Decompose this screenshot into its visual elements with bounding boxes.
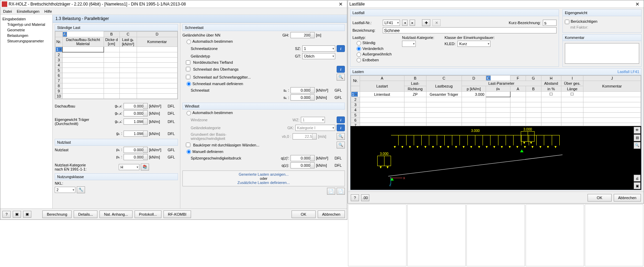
prev-icon[interactable]: ◂ — [402, 20, 408, 26]
select-nkl[interactable]: 2 — [55, 187, 75, 193]
tool-icon-2[interactable]: ▣ — [23, 211, 31, 218]
load-cases-dialog: Lastfälle ✕ Lastfall Lastfall-Nr.: LF41 … — [348, 0, 644, 204]
delete-load-case-icon[interactable]: ✕ — [432, 19, 441, 26]
nkl-info-icon[interactable]: 🔧 — [77, 186, 85, 193]
info-icon[interactable]: i — [337, 124, 345, 131]
library-icon[interactable]: 📚 — [141, 164, 149, 171]
icon-1[interactable]: 📄 — [327, 188, 335, 195]
load-preview: 3.000 3.000 3.000 XZ 👁 — [350, 126, 641, 190]
dialog-title: Lastfälle — [349, 2, 633, 7]
radio-wind-auto[interactable]: Automatisch bestimmen — [187, 111, 345, 115]
app-icon — [2, 1, 7, 7]
input-sk-line[interactable]: 0.000 — [291, 94, 315, 101]
input-sk-area[interactable]: 0.000 — [291, 87, 315, 93]
protocol-button[interactable]: Protokoll... — [135, 210, 161, 218]
self-weight-box: Eigengewicht Berücksichtigen mit Faktor: — [562, 9, 642, 33]
radio-wind-manual[interactable]: Manuell definieren — [187, 150, 345, 154]
select-live-load-cat[interactable] — [402, 41, 416, 47]
input-pk-area[interactable]: 0.000 — [124, 147, 148, 153]
input-gk1[interactable]: 1.098 — [124, 119, 148, 125]
input-gk2-line[interactable]: 0.000 — [124, 110, 148, 116]
roof-layers-grid[interactable]: A B C D Nr. Dachaufbau-Schicht Material … — [55, 31, 178, 99]
select-snow-zone[interactable]: 1 — [302, 45, 335, 52]
loads-box: Lasten Lastfall LF41 Nr. A B C D E F — [350, 68, 642, 190]
cancel-button[interactable]: Abbrechen — [614, 194, 641, 202]
main-window: RX-HOLZ - Brettschichtholzträger - 2.22.… — [0, 0, 347, 220]
tree-item-2[interactable]: Belastungen — [0, 33, 52, 38]
ok-button[interactable]: OK — [292, 210, 316, 218]
main-title: RX-HOLZ - Brettschichtholzträger - 2.22.… — [9, 2, 336, 7]
nav-tree: Eingabedaten Trägertyp und Material Geom… — [0, 15, 53, 208]
info-icon[interactable]: i — [337, 66, 345, 73]
select-load-case-nr[interactable]: LF41 — [383, 20, 400, 26]
chk-north-german[interactable]: Norddeutsches Tiefland — [186, 60, 345, 65]
radio-snow-auto[interactable]: Automatisch bestimmen — [187, 39, 345, 44]
tree-item-1[interactable]: Geometrie — [0, 27, 52, 33]
icon-2[interactable]: 📄 — [337, 188, 345, 195]
info-icon[interactable]: i — [337, 116, 345, 123]
input-qz-line[interactable]: 0.000 — [291, 162, 315, 168]
close-icon[interactable]: ✕ — [633, 1, 642, 7]
radio-variable[interactable]: Veränderlich — [357, 47, 392, 51]
group-live-load: Nutzlast — [55, 139, 178, 146]
zoom-icon[interactable]: 🔍 — [634, 142, 641, 149]
radio-seismic[interactable]: Erdbeben — [357, 58, 392, 63]
nat-annex-button[interactable]: Nat. Anhang... — [99, 210, 133, 218]
menu-settings[interactable]: Einstellungen — [17, 9, 40, 13]
zoom-icon[interactable]: 🔍 — [337, 133, 345, 140]
cancel-button[interactable]: Abbrechen — [318, 210, 345, 218]
input-short-name[interactable] — [543, 20, 557, 26]
input-gk-sum[interactable]: 1.098 — [124, 131, 148, 137]
select-live-load-category[interactable]: H — [119, 164, 139, 170]
main-title-bar: RX-HOLZ - Brettschichtholzträger - 2.22.… — [0, 0, 347, 8]
radio-accidental[interactable]: Außergewöhnlich — [357, 52, 392, 57]
decimal-icon[interactable]: .00 — [361, 194, 369, 201]
next-icon[interactable]: ▸ — [410, 20, 415, 26]
tree-item-0[interactable]: Trägertyp und Material — [0, 22, 52, 27]
group-wind-load: Windlast — [182, 103, 345, 110]
tree-item-3[interactable]: Steuerungsparameter — [0, 38, 52, 44]
select-terrain-type[interactable]: Üblich — [302, 53, 335, 59]
radio-permanent[interactable]: Ständig — [357, 41, 392, 45]
loads-grid[interactable]: Nr. A B C D E F G H I J — [350, 75, 641, 126]
select-wind-zone: 1 — [301, 117, 325, 123]
info-icon[interactable]: i — [337, 45, 345, 52]
input-gk2-area[interactable]: 0.000 — [124, 103, 148, 109]
zoom-icon[interactable]: 🔍 — [337, 142, 345, 148]
lower-panes — [348, 204, 644, 267]
help-icon[interactable]: ? — [2, 211, 11, 218]
close-icon[interactable]: ✕ — [336, 1, 346, 7]
print-icon[interactable]: 🖨 — [634, 175, 641, 182]
select-kled[interactable]: Kurz — [457, 41, 490, 47]
support-icon — [520, 150, 524, 152]
chk-consider-self-weight[interactable]: Berücksichtigen — [565, 19, 639, 24]
new-load-case-icon[interactable]: ✚ — [422, 19, 430, 26]
ok-button[interactable]: OK — [588, 194, 612, 202]
textarea-comment[interactable] — [565, 43, 639, 64]
tool-icon[interactable]: ▣ — [634, 182, 641, 189]
dialog-title-bar: Lastfälle ✕ — [348, 0, 644, 8]
menu-file[interactable]: Datei — [3, 9, 12, 13]
eye-icon[interactable]: 👁 — [634, 127, 641, 134]
menu-help[interactable]: Hilfe — [44, 9, 52, 13]
details-button[interactable]: Details... — [74, 210, 97, 218]
chk-permeable-walls[interactable]: Baukörper mit durchlässigen Wänden...🔍 — [186, 142, 345, 148]
input-qz-area[interactable]: 0.000 — [291, 155, 315, 161]
input-terrain-height[interactable]: 200 — [291, 32, 315, 38]
zoom-icon[interactable]: 🔍 — [337, 74, 345, 81]
chk-snow-guard[interactable]: Schneelast auf Schneefanggitter...🔍 — [186, 74, 345, 81]
tool-icon[interactable]: ▤ — [634, 134, 641, 141]
tool-icon-1[interactable]: ▣ — [13, 211, 21, 218]
chk-overhang-snow[interactable]: Schneelast des Überhangsi — [186, 66, 345, 73]
radio-snow-manual[interactable]: Schneelast manuell definieren — [187, 82, 345, 86]
input-description[interactable] — [383, 27, 557, 33]
help-icon[interactable]: ? — [351, 194, 359, 201]
rfkombi-button[interactable]: RF-KOMBI — [163, 210, 191, 218]
content-header: 1.3 Belastung - Parallelträger — [53, 15, 347, 23]
group-service-class: Nutzungsklasse — [55, 173, 178, 180]
calc-button[interactable]: Berechnung — [42, 210, 72, 218]
select-terrain-category: Kategorie I — [295, 125, 335, 131]
comment-box: Kommentar — [562, 34, 642, 67]
generate-loads-link[interactable]: Generierte Lasten anzeigen... oder Zusät… — [182, 171, 345, 186]
input-pk-line[interactable]: 0.000 — [124, 154, 148, 160]
